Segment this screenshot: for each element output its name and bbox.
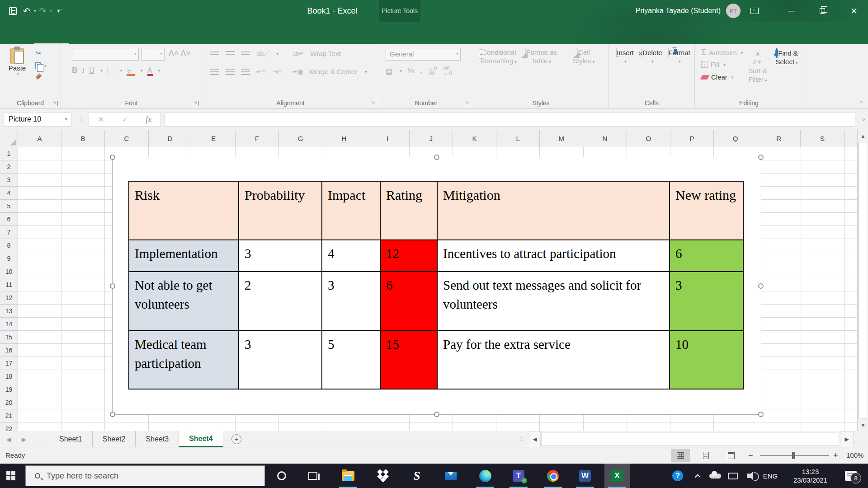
cortana-button[interactable] bbox=[269, 464, 294, 488]
page-break-view-button[interactable] bbox=[722, 449, 741, 462]
find-select-dropdown-icon[interactable]: ▾ bbox=[796, 61, 798, 65]
accounting-format-icon[interactable]: ▤ bbox=[386, 67, 392, 75]
orientation-dropdown-icon[interactable]: ▾ bbox=[276, 52, 278, 56]
row-header-17[interactable]: 17 bbox=[0, 357, 18, 370]
scroll-down-icon[interactable]: ▼ bbox=[858, 419, 868, 431]
hscroll-right-icon[interactable]: ▶ bbox=[840, 431, 854, 447]
resize-handle-bottom-center[interactable] bbox=[434, 412, 439, 417]
alignment-dialog-launcher-icon[interactable] bbox=[371, 101, 376, 106]
row-header-5[interactable]: 5 bbox=[0, 200, 18, 213]
close-button[interactable]: ✕ bbox=[844, 0, 864, 22]
copy-dropdown-icon[interactable]: ▾ bbox=[44, 64, 47, 68]
zoom-slider-thumb[interactable] bbox=[792, 452, 795, 459]
collapse-ribbon-icon[interactable]: ⌃ bbox=[859, 100, 863, 107]
edge-button[interactable] bbox=[472, 464, 498, 488]
format-table-dropdown-icon[interactable]: ▾ bbox=[549, 60, 551, 64]
cast-tray-button[interactable] bbox=[726, 464, 740, 488]
column-header-q[interactable]: Q bbox=[714, 130, 757, 147]
decrease-indent-icon[interactable]: ⇤≡ bbox=[256, 68, 266, 76]
accounting-dropdown-icon[interactable]: ▾ bbox=[400, 69, 402, 73]
language-indicator[interactable]: ENG bbox=[761, 464, 779, 488]
align-left-icon[interactable] bbox=[210, 69, 219, 75]
zoom-level[interactable]: 100% bbox=[846, 447, 863, 464]
name-box[interactable]: Picture 10 bbox=[4, 112, 71, 127]
onedrive-tray-button[interactable] bbox=[708, 464, 722, 488]
column-header-e[interactable]: E bbox=[192, 130, 236, 147]
hscroll-left-icon[interactable]: ◀ bbox=[529, 431, 541, 447]
underline-button[interactable]: U bbox=[89, 66, 94, 75]
vertical-scrollbar[interactable]: ▲ ▼ bbox=[857, 130, 868, 431]
page-layout-view-button[interactable] bbox=[696, 449, 715, 462]
resize-handle-top-left[interactable] bbox=[110, 155, 115, 160]
align-center-icon[interactable] bbox=[226, 69, 235, 75]
align-right-icon[interactable] bbox=[241, 69, 250, 75]
vertical-scroll-thumb[interactable] bbox=[859, 143, 867, 418]
align-middle-icon[interactable] bbox=[226, 51, 235, 56]
increase-indent-icon[interactable]: ⇥≡ bbox=[272, 68, 282, 76]
row-header-20[interactable]: 20 bbox=[0, 396, 18, 409]
clipboard-dialog-launcher-icon[interactable] bbox=[52, 101, 58, 106]
borders-dropdown-icon[interactable]: ▾ bbox=[120, 68, 123, 73]
zoom-out-button[interactable]: − bbox=[748, 447, 753, 464]
row-header-3[interactable]: 3 bbox=[0, 174, 18, 187]
font-size-combo[interactable] bbox=[141, 48, 165, 61]
mail-button[interactable] bbox=[438, 464, 463, 488]
clear-button[interactable]: Clear ▾ bbox=[701, 73, 733, 81]
row-header-22[interactable]: 22 bbox=[0, 422, 18, 431]
column-header-s[interactable]: S bbox=[801, 130, 844, 147]
delete-cells-button[interactable]: Delete▾ bbox=[639, 49, 665, 64]
format-painter-icon[interactable] bbox=[35, 73, 42, 80]
row-header-14[interactable]: 14 bbox=[0, 318, 18, 331]
formula-input[interactable] bbox=[165, 112, 855, 127]
redo-icon[interactable]: ↷ bbox=[39, 6, 46, 16]
chrome-button[interactable] bbox=[540, 464, 566, 488]
row-header-13[interactable]: 13 bbox=[0, 305, 18, 318]
autosum-dropdown-icon[interactable]: ▾ bbox=[741, 51, 743, 55]
insert-cells-button[interactable]: Insert▾ bbox=[612, 49, 638, 64]
row-header-10[interactable]: 10 bbox=[0, 265, 18, 278]
minimize-button[interactable]: — bbox=[781, 0, 802, 22]
dropbox-button[interactable] bbox=[370, 464, 396, 488]
column-header-o[interactable]: O bbox=[627, 130, 670, 147]
scroll-up-icon[interactable]: ▲ bbox=[858, 130, 868, 142]
fill-button[interactable]: ↓ Fill ▾ bbox=[701, 61, 726, 68]
clock[interactable]: 13:23 23/03/2021 bbox=[793, 464, 827, 488]
sheet-tab-sheet3[interactable]: Sheet3 bbox=[136, 431, 179, 447]
row-header-12[interactable]: 12 bbox=[0, 291, 18, 305]
task-view-button[interactable] bbox=[300, 464, 326, 488]
paste-dropdown-icon[interactable]: ▾ bbox=[17, 72, 19, 76]
column-header-c[interactable]: C bbox=[105, 130, 148, 147]
file-explorer-button[interactable] bbox=[335, 464, 361, 488]
align-top-icon[interactable] bbox=[210, 52, 219, 56]
undo-icon[interactable]: ↶ bbox=[23, 6, 30, 16]
column-header-g[interactable]: G bbox=[279, 130, 322, 147]
zoom-in-button[interactable]: + bbox=[833, 447, 838, 464]
conditional-dropdown-icon[interactable]: ▾ bbox=[514, 60, 517, 64]
font-dialog-launcher-icon[interactable] bbox=[193, 101, 199, 106]
row-header-7[interactable]: 7 bbox=[0, 226, 18, 239]
resize-handle-top-right[interactable] bbox=[758, 155, 764, 160]
new-sheet-button[interactable]: + bbox=[231, 434, 241, 444]
clear-dropdown-icon[interactable]: ▾ bbox=[731, 75, 734, 80]
sheet-tab-sheet2[interactable]: Sheet2 bbox=[93, 431, 136, 447]
column-header-i[interactable]: I bbox=[366, 130, 410, 147]
row-header-11[interactable]: 11 bbox=[0, 278, 18, 291]
customize-quick-access-icon[interactable]: ▼̄ bbox=[56, 8, 61, 14]
copy-icon[interactable] bbox=[35, 62, 41, 69]
help-tray-button[interactable]: ? bbox=[671, 464, 684, 488]
hidden-icons-button[interactable] bbox=[693, 464, 704, 488]
app-s-button[interactable]: S bbox=[404, 464, 429, 488]
conditional-formatting-button[interactable]: Conditional Formatting▾ bbox=[478, 48, 519, 66]
row-header-4[interactable]: 4 bbox=[0, 187, 18, 200]
column-header-f[interactable]: F bbox=[236, 130, 279, 147]
resize-handle-top-center[interactable] bbox=[434, 155, 439, 160]
expand-formula-bar-icon[interactable]: ˅ bbox=[863, 117, 865, 122]
column-header-b[interactable]: B bbox=[61, 130, 105, 147]
user-account[interactable]: Priyanka Tayade (Student) PT bbox=[636, 0, 741, 22]
underline-dropdown-icon[interactable]: ▾ bbox=[100, 68, 103, 73]
resize-handle-bottom-right[interactable] bbox=[758, 412, 764, 417]
sort-filter-dropdown-icon[interactable]: ▾ bbox=[765, 78, 767, 83]
sort-filter-button[interactable]: AZ▼ Sort & Filter▾ bbox=[744, 49, 772, 85]
enter-icon[interactable]: ✓ bbox=[122, 115, 127, 124]
align-bottom-icon[interactable] bbox=[241, 52, 250, 56]
